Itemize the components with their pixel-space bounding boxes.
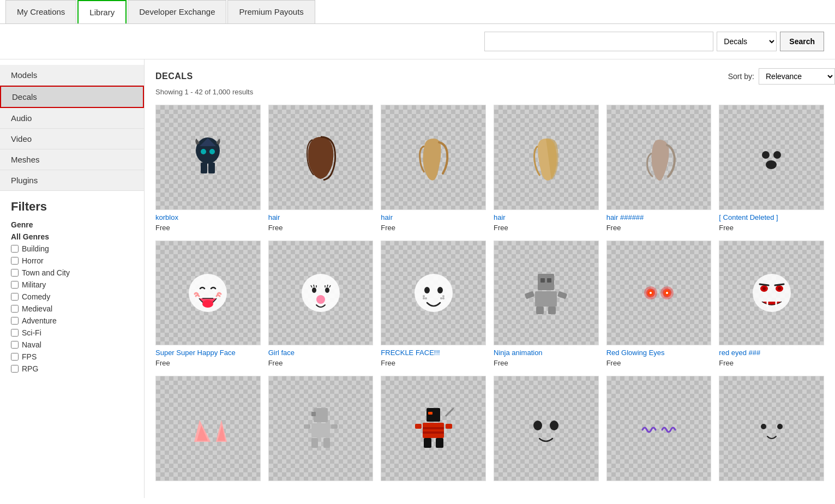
- sidebar-item-plugins[interactable]: Plugins: [0, 170, 144, 191]
- genre-item-rpg[interactable]: RPG: [11, 364, 133, 373]
- sort-dropdown[interactable]: Relevance Most Favorited Most Visited: [759, 68, 835, 85]
- genre-item-military[interactable]: Military: [11, 280, 133, 289]
- genre-checkbox-town-and-city[interactable]: [11, 269, 19, 277]
- filters-section: Filters Genre All Genres Building Horror: [0, 191, 144, 385]
- svg-rect-65: [331, 424, 338, 429]
- item-card-hair2[interactable]: hair Free: [381, 105, 486, 232]
- sidebar: Models Decals Audio Video Meshes Plugins…: [0, 59, 145, 498]
- sidebar-item-meshes[interactable]: Meshes: [0, 149, 144, 170]
- item-card-row3-3[interactable]: [381, 376, 486, 485]
- item-card-content-deleted[interactable]: [ Content Deleted ] Free: [719, 105, 824, 232]
- genre-item-building[interactable]: Building: [11, 244, 133, 253]
- tab-developer-exchange[interactable]: Developer Exchange: [128, 0, 226, 23]
- item-card-row3-4[interactable]: [494, 376, 599, 485]
- genre-checkbox-building[interactable]: [11, 245, 19, 253]
- svg-point-45: [666, 292, 668, 294]
- category-dropdown[interactable]: Decals Models Audio Video Meshes Plugins: [717, 32, 777, 51]
- svg-point-50: [778, 287, 781, 290]
- svg-rect-33: [535, 291, 557, 307]
- genre-item-fps[interactable]: FPS: [11, 352, 133, 361]
- search-input[interactable]: [484, 32, 713, 51]
- top-tabs-bar: My Creations Library Developer Exchange …: [0, 0, 835, 24]
- item-card-row3-2[interactable]: [268, 376, 374, 485]
- search-button[interactable]: Search: [780, 32, 824, 51]
- item-thumbnail-hair3: [494, 105, 599, 210]
- genre-checkbox-comedy[interactable]: [11, 293, 19, 301]
- item-thumbnail-hair2: [381, 105, 486, 210]
- svg-rect-70: [423, 431, 444, 434]
- item-card-freckle-face[interactable]: FRECKLE FACE!!! Free: [381, 241, 486, 368]
- svg-point-46: [753, 274, 791, 312]
- svg-rect-37: [557, 291, 567, 299]
- svg-point-49: [762, 287, 766, 290]
- sidebar-item-video[interactable]: Video: [0, 129, 144, 149]
- item-card-row3-6[interactable]: [719, 376, 824, 485]
- genre-item-adventure[interactable]: Adventure: [11, 316, 133, 325]
- sidebar-item-decals[interactable]: Decals: [0, 86, 144, 108]
- item-card-row3-5[interactable]: [606, 376, 712, 485]
- svg-line-15: [314, 285, 314, 287]
- svg-rect-35: [548, 307, 556, 314]
- results-count: Showing 1 - 42 of 1,000 results: [155, 88, 824, 96]
- svg-rect-68: [423, 423, 444, 438]
- genre-item-sci-fi[interactable]: Sci-Fi: [11, 328, 133, 337]
- item-price-ninja-animation: Free: [494, 359, 599, 367]
- item-card-girl-face[interactable]: Girl face Free: [268, 241, 374, 368]
- svg-rect-4: [201, 163, 207, 173]
- svg-rect-36: [525, 291, 534, 299]
- item-name-hair2: hair: [381, 213, 486, 223]
- item-card-red-eyed-monster[interactable]: red eyed ### Free: [719, 241, 824, 368]
- genre-section: Genre All Genres Building Horror Town an…: [11, 220, 133, 373]
- svg-rect-64: [304, 424, 310, 429]
- sidebar-item-models[interactable]: Models: [0, 65, 144, 86]
- svg-rect-5: [208, 163, 215, 173]
- genre-checkbox-sci-fi[interactable]: [11, 329, 19, 337]
- genre-checkbox-rpg[interactable]: [11, 365, 19, 373]
- items-grid-row3: [155, 376, 824, 485]
- item-card-row3-1[interactable]: [155, 376, 261, 485]
- tab-my-creations[interactable]: My Creations: [5, 0, 76, 23]
- item-card-korblox[interactable]: korblox Free: [155, 105, 261, 232]
- item-card-ninja-animation[interactable]: Ninja animation Free: [494, 241, 599, 368]
- svg-rect-63: [323, 438, 330, 448]
- item-card-red-glowing-eyes[interactable]: Red Glowing Eyes Free: [606, 241, 712, 368]
- tab-library[interactable]: Library: [77, 0, 127, 23]
- svg-point-25: [425, 297, 427, 299]
- genre-checkbox-medieval[interactable]: [11, 305, 19, 313]
- item-card-hair4[interactable]: hair ###### Free: [606, 105, 712, 232]
- genre-checkbox-military[interactable]: [11, 281, 19, 289]
- item-name-super-happy: Super Super Happy Face: [155, 349, 261, 358]
- svg-point-3: [209, 149, 215, 154]
- genre-item-medieval[interactable]: Medieval: [11, 304, 133, 313]
- svg-point-27: [442, 295, 444, 297]
- genre-checkbox-horror[interactable]: [11, 257, 19, 265]
- item-price-girl-face: Free: [268, 359, 374, 367]
- sort-bar: Sort by: Relevance Most Favorited Most V…: [728, 68, 824, 85]
- genre-checkbox-fps[interactable]: [11, 353, 19, 361]
- item-card-hair1[interactable]: hair Free: [268, 105, 374, 232]
- svg-point-11: [302, 274, 340, 312]
- sidebar-item-audio[interactable]: Audio: [0, 108, 144, 129]
- all-genres-label: All Genres: [11, 232, 133, 241]
- sort-label: Sort by:: [728, 72, 754, 81]
- item-price-korblox: Free: [155, 224, 261, 232]
- genre-item-town-and-city[interactable]: Town and City: [11, 268, 133, 277]
- genre-checkbox-adventure[interactable]: [11, 317, 19, 325]
- genre-item-horror[interactable]: Horror: [11, 256, 133, 265]
- item-thumbnail-ninja-animation: [494, 241, 599, 346]
- genre-item-comedy[interactable]: Comedy: [11, 292, 133, 301]
- filters-title: Filters: [11, 200, 133, 214]
- item-card-hair3[interactable]: hair Free: [494, 105, 599, 232]
- main-layout: Models Decals Audio Video Meshes Plugins…: [0, 59, 835, 498]
- item-name-korblox: korblox: [155, 213, 261, 223]
- item-card-super-happy[interactable]: Super Super Happy Face Free: [155, 241, 261, 368]
- item-thumbnail-row3-4: [494, 376, 599, 481]
- item-name-hair1: hair: [268, 213, 374, 223]
- svg-rect-61: [311, 423, 330, 437]
- svg-rect-72: [436, 438, 443, 448]
- item-price-hair3: Free: [494, 224, 599, 232]
- tab-premium-payouts[interactable]: Premium Payouts: [227, 0, 315, 23]
- genre-item-naval[interactable]: Naval: [11, 340, 133, 349]
- item-name-red-eyed-monster: red eyed ###: [719, 349, 824, 358]
- genre-checkbox-naval[interactable]: [11, 341, 19, 349]
